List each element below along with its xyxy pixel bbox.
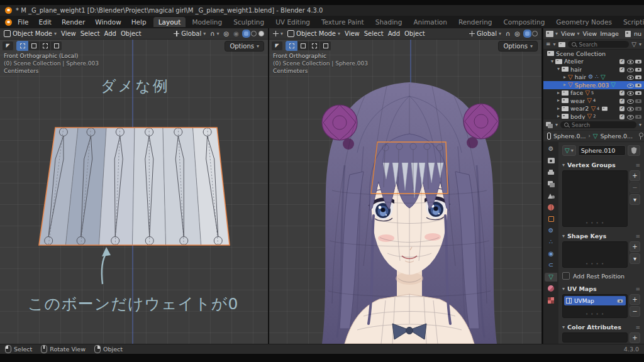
tab-animation[interactable]: Animation: [408, 17, 452, 27]
image-mode-select[interactable]: View ▾: [561, 30, 580, 37]
chevron-down-icon[interactable]: ▾: [555, 123, 558, 128]
remove-uv-map-button[interactable]: −: [630, 306, 640, 317]
viewport-right-canvas[interactable]: ◤ Options▾ Front Orthographic (0) Scene …: [269, 40, 541, 344]
select-extend-tool-button[interactable]: [320, 41, 331, 51]
menu-object[interactable]: Object: [404, 30, 425, 37]
tab-physics[interactable]: ◉: [545, 250, 557, 258]
camera-icon[interactable]: [635, 113, 642, 119]
tab-modeling[interactable]: Modeling: [187, 17, 227, 27]
camera-icon[interactable]: [617, 298, 623, 304]
checkbox-icon[interactable]: [619, 113, 626, 119]
pin-icon[interactable]: [638, 133, 640, 140]
editor-type-button[interactable]: ▾: [273, 31, 283, 36]
eye-icon[interactable]: [626, 97, 634, 104]
select-box-tool-button[interactable]: [286, 41, 297, 51]
proportional-edit-toggle[interactable]: ◎: [514, 31, 520, 37]
image-name[interactable]: nu: [634, 30, 641, 37]
add-uv-map-button[interactable]: +: [630, 294, 640, 305]
tab-tool[interactable]: ⚙: [545, 145, 557, 153]
mode-select[interactable]: Object Mode ▾: [287, 30, 340, 37]
transform-orientation-select[interactable]: Global ▾: [174, 30, 206, 37]
shading-material-icon[interactable]: [258, 31, 264, 36]
shape-keys-list[interactable]: • • • •: [562, 241, 628, 268]
menu-select[interactable]: Select: [80, 30, 100, 37]
tab-sculpting[interactable]: Sculpting: [228, 17, 269, 27]
camera-icon[interactable]: [635, 82, 642, 89]
panel-grip-icon[interactable]: ≡: [635, 233, 640, 239]
outliner-row-scene-collection[interactable]: Scene Collection: [543, 50, 644, 58]
tab-world[interactable]: [545, 203, 557, 212]
tab-scene[interactable]: [545, 191, 557, 200]
tab-object[interactable]: [545, 214, 557, 223]
fake-user-toggle[interactable]: [628, 145, 640, 156]
shading-modes[interactable]: [243, 31, 264, 36]
outliner-search-input[interactable]: Search: [568, 41, 630, 48]
chevron-down-icon[interactable]: ▾: [639, 123, 641, 128]
shading-wireframe-icon[interactable]: [532, 31, 538, 36]
breadcrumb-data[interactable]: Sphere.0...: [600, 133, 633, 140]
menu-view[interactable]: View: [345, 30, 360, 37]
vertex-group-specials-menu[interactable]: ▾: [630, 194, 640, 205]
transform-orientation-select[interactable]: Global ▾: [469, 30, 501, 37]
viewport-left-canvas[interactable]: ◤ Options▾ Front Orthographic (Local) (0…: [0, 40, 268, 344]
editor-type-button[interactable]: ▾: [546, 31, 558, 37]
outliner-row-hair-collection[interactable]: ▾ hair: [543, 65, 644, 74]
mesh-datablock-dropdown[interactable]: ▽ ▾: [562, 145, 576, 156]
menu-select[interactable]: Select: [364, 30, 384, 37]
add-vertex-group-button[interactable]: +: [630, 170, 640, 181]
chevron-right-icon[interactable]: ▸: [557, 106, 560, 111]
eye-icon[interactable]: [626, 74, 634, 80]
camera-icon[interactable]: [635, 105, 642, 112]
tab-rendering[interactable]: Rendering: [453, 17, 497, 27]
tab-scripting[interactable]: Scripting: [618, 17, 644, 27]
menu-window[interactable]: Window: [91, 17, 125, 27]
menu-file[interactable]: File: [13, 17, 33, 27]
chevron-right-icon[interactable]: ▸: [564, 82, 566, 87]
outliner-row-wear[interactable]: ▸ wear ▽4: [543, 97, 644, 105]
shading-modes[interactable]: [525, 31, 538, 36]
menu-render[interactable]: Render: [57, 17, 89, 27]
menu-view[interactable]: View: [61, 30, 76, 37]
eye-icon[interactable]: [626, 89, 634, 96]
shading-solid-icon[interactable]: [243, 31, 249, 36]
tab-layout[interactable]: Layout: [153, 17, 186, 27]
tweak-tool-button[interactable]: ◤: [271, 41, 283, 51]
checkbox-icon[interactable]: [619, 105, 626, 112]
tab-shading[interactable]: Shading: [370, 17, 408, 27]
checkbox-icon[interactable]: [619, 58, 626, 65]
panel-grip-icon[interactable]: ≡: [635, 162, 640, 168]
camera-icon[interactable]: [635, 97, 642, 104]
panel-grip-icon[interactable]: ≡: [635, 286, 640, 292]
checkbox-icon[interactable]: [619, 97, 626, 104]
app-menu-icon[interactable]: [5, 19, 12, 26]
shape-keys-panel-header[interactable]: ▾ Shape Keys ≡: [562, 232, 640, 240]
select-lasso-tool-button[interactable]: [40, 41, 51, 51]
outliner-row-face[interactable]: ▸ face ▽5: [543, 89, 644, 97]
datablock-name-field[interactable]: Sphere.010: [578, 145, 626, 156]
eye-icon[interactable]: [626, 105, 634, 112]
outliner-row-hair-object[interactable]: ▸ ▽ hair ⚙ ∴ ▽: [543, 74, 644, 82]
camera-icon[interactable]: [635, 66, 642, 73]
snap-toggle[interactable]: ∩: [506, 31, 510, 37]
checkbox-icon[interactable]: [619, 66, 626, 73]
list-resize-grip[interactable]: • • • •: [586, 221, 604, 226]
options-dropdown[interactable]: Options▾: [498, 41, 538, 52]
gizmo-toggle[interactable]: ◉: [233, 31, 239, 37]
list-resize-grip[interactable]: • • • •: [586, 261, 604, 266]
outliner-row-sphere-003[interactable]: ▸ ▽ Sphere.003 ▽: [543, 81, 644, 89]
chevron-right-icon[interactable]: ▸: [564, 75, 566, 80]
chevron-down-icon[interactable]: ▾: [553, 42, 556, 47]
outliner-row-wear2[interactable]: ▸ wear2 ▽4: [543, 105, 644, 113]
select-extend-tool-button[interactable]: [51, 41, 62, 51]
add-shape-key-button[interactable]: +: [630, 241, 640, 252]
outliner-row-atelier[interactable]: ▾ Atelier: [543, 58, 644, 66]
tab-object-data[interactable]: ▽: [545, 273, 557, 282]
eye-icon[interactable]: [626, 113, 634, 119]
panel-grip-icon[interactable]: ≡: [635, 324, 640, 331]
eye-icon[interactable]: [626, 58, 634, 65]
select-circle-tool-button[interactable]: [297, 41, 309, 51]
uv-maps-panel-header[interactable]: ▾ UV Maps ≡: [562, 285, 640, 293]
add-color-attribute-button[interactable]: +: [630, 332, 640, 343]
new-collection-icon[interactable]: [558, 42, 565, 47]
tab-render[interactable]: [545, 156, 557, 165]
